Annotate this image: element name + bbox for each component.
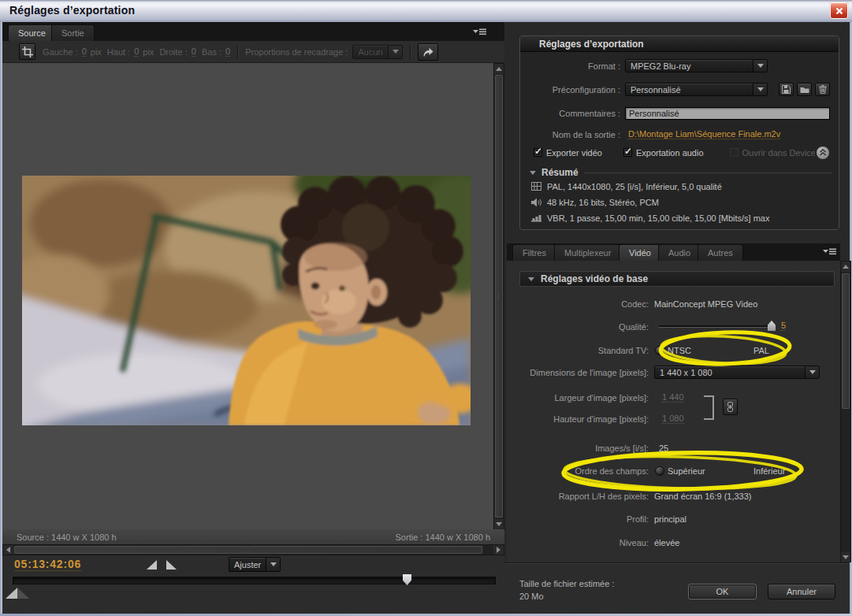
crop-top-label: Haut : bbox=[107, 47, 130, 57]
summary-bitrate-text: VBR, 1 passe, 15,00 min, 15,00 cible, 15… bbox=[547, 213, 769, 223]
comments-input[interactable] bbox=[625, 107, 830, 120]
format-label: Format : bbox=[525, 61, 620, 71]
summary-section-header[interactable]: Résumé bbox=[530, 167, 832, 178]
crop-ratio-dropdown: Aucun bbox=[352, 45, 403, 59]
level-label: Niveau: bbox=[511, 538, 649, 547]
settings-panel-menu-button[interactable] bbox=[822, 247, 837, 256]
preview-vscrollbar[interactable]: ⁞ bbox=[493, 63, 504, 529]
work-area-marker[interactable] bbox=[6, 588, 17, 599]
zoom-level-dropdown[interactable]: Ajuster bbox=[229, 557, 281, 572]
save-preset-button[interactable] bbox=[779, 83, 794, 96]
estimated-size-label: Taille de fichier estimée : bbox=[519, 579, 614, 588]
height-value: 1 080 bbox=[662, 414, 684, 424]
chevron-down-icon bbox=[266, 558, 280, 571]
preview-photo bbox=[22, 176, 471, 425]
height-label: Hauteur d'image [pixels]: bbox=[511, 414, 649, 424]
import-preset-button[interactable] bbox=[797, 83, 812, 96]
quality-row: Qualité: 5 bbox=[511, 320, 842, 333]
chevron-down-icon bbox=[388, 46, 402, 58]
toolbar-separator-2 bbox=[410, 45, 411, 59]
tab-multiplexeur[interactable]: Multiplexeur bbox=[554, 244, 621, 261]
level-value: élevée bbox=[654, 538, 679, 547]
codec-label: Codec: bbox=[511, 299, 649, 309]
framerate-value: 25 bbox=[659, 443, 668, 453]
ntsc-radio[interactable] bbox=[655, 346, 664, 355]
panel-menu-icon bbox=[822, 247, 837, 256]
scroll-up-icon[interactable] bbox=[841, 262, 850, 272]
export-settings-group: Réglages d’exportation Format : MPEG2 Bl… bbox=[519, 35, 839, 230]
video-settings-group-header[interactable]: Réglages vidéo de base bbox=[519, 271, 835, 287]
format-dropdown[interactable]: MPEG2 Blu-ray bbox=[625, 59, 768, 72]
profile-row: Profil: principal bbox=[511, 512, 842, 525]
tab-filtres[interactable]: Filtres bbox=[512, 244, 556, 261]
toolbar-separator bbox=[237, 45, 238, 59]
crop-icon bbox=[22, 46, 33, 58]
quality-slider[interactable] bbox=[659, 325, 776, 328]
left-panel-menu-button[interactable] bbox=[472, 27, 487, 36]
crop-ratio-value: Aucun bbox=[353, 47, 388, 57]
pal-label: PAL bbox=[753, 346, 769, 355]
check-icon: ✓ bbox=[534, 146, 542, 157]
scroll-right-icon[interactable] bbox=[493, 545, 504, 555]
close-button[interactable] bbox=[830, 2, 848, 19]
scroll-left-icon[interactable] bbox=[3, 545, 13, 555]
in-point-button[interactable] bbox=[147, 560, 157, 570]
export-group-header: Réglages d’exportation bbox=[520, 36, 839, 52]
current-timecode[interactable]: 05:13:42:06 bbox=[14, 558, 81, 571]
hscroll-thumb[interactable]: … bbox=[14, 546, 482, 554]
out-point-button[interactable] bbox=[166, 560, 177, 570]
ntsc-label: NTSC bbox=[668, 346, 691, 355]
output-dimensions: Sortie : 1440 w X 1080 h bbox=[396, 533, 490, 542]
dimensions-dropdown[interactable]: 1 440 x 1 080 bbox=[654, 366, 820, 379]
transport-bar: 05:13:42:06 Ajuster bbox=[2, 555, 504, 614]
scroll-down-icon[interactable] bbox=[494, 519, 504, 529]
link-dimensions-button[interactable] bbox=[723, 399, 738, 415]
source-sortie-tabstrip: Source Sortie bbox=[2, 22, 504, 41]
quality-value[interactable]: 5 bbox=[781, 321, 786, 331]
timeline-track[interactable] bbox=[13, 577, 496, 584]
preview-hscrollbar[interactable]: … bbox=[2, 544, 504, 555]
work-area-marker-end[interactable] bbox=[17, 588, 29, 599]
settings-tabstrip: Filtres Multiplexeur Vidéo Audio Autres bbox=[507, 243, 840, 261]
crop-ratio-label: Proportions de recadrage : bbox=[245, 47, 348, 57]
dialog-footer: Taille de fichier estimée : 20 Mo OK Ann… bbox=[504, 562, 850, 614]
settings-scroll-thumb[interactable] bbox=[842, 273, 850, 409]
export-settings-window: Réglages d’exportation Source Sortie Gau… bbox=[0, 0, 852, 616]
send-to-queue-button[interactable] bbox=[418, 43, 438, 61]
tab-source[interactable]: Source bbox=[8, 24, 56, 41]
tab-audio[interactable]: Audio bbox=[658, 244, 701, 261]
tab-video[interactable]: Vidéo bbox=[619, 244, 661, 261]
export-audio-checkbox[interactable]: ✓ bbox=[623, 148, 632, 157]
cancel-button[interactable]: Annuler bbox=[768, 584, 835, 599]
comments-label: Commentaires : bbox=[525, 109, 620, 118]
framerate-label: Images/s [i/s]: bbox=[511, 443, 649, 453]
codec-row: Codec: MainConcept MPEG Video bbox=[511, 297, 842, 310]
tv-standard-row: Standard TV: NTSC PAL bbox=[511, 343, 842, 357]
scroll-up-icon[interactable] bbox=[494, 64, 504, 74]
chevron-down-icon bbox=[753, 60, 767, 72]
preset-row: Préconfiguration : Personnalisé bbox=[525, 83, 835, 96]
crop-button[interactable] bbox=[19, 43, 35, 60]
ok-button[interactable]: OK bbox=[688, 584, 757, 599]
save-icon bbox=[782, 85, 791, 94]
quality-slider-handle[interactable] bbox=[768, 321, 776, 331]
vscroll-thumb[interactable]: ⁞ bbox=[495, 75, 503, 518]
device-upload-icon[interactable] bbox=[817, 147, 829, 159]
pixel-aspect-row: Rapport L/H des pixels: Grand écran 16:9… bbox=[511, 489, 842, 503]
output-name-link[interactable]: D:\Montage Liam\Séquence Finale.m2v bbox=[628, 129, 780, 139]
width-value: 1 440 bbox=[662, 392, 684, 403]
settings-vscrollbar[interactable] bbox=[840, 261, 851, 562]
delete-preset-button[interactable] bbox=[815, 83, 830, 96]
export-video-checkbox[interactable]: ✓ bbox=[534, 148, 542, 157]
chevron-down-icon bbox=[753, 83, 767, 95]
tab-autres[interactable]: Autres bbox=[698, 244, 743, 261]
format-row: Format : MPEG2 Blu-ray bbox=[525, 59, 835, 72]
preset-dropdown[interactable]: Personnalisé bbox=[625, 83, 768, 96]
superieur-radio[interactable] bbox=[655, 466, 664, 476]
codec-value: MainConcept MPEG Video bbox=[654, 299, 757, 309]
summary-audio-text: 48 kHz, 16 bits, Stéréo, PCM bbox=[547, 198, 659, 207]
export-options-row: ✓ Exporter vidéo ✓ Exportation audio Ouv… bbox=[520, 146, 840, 159]
tab-sortie[interactable]: Sortie bbox=[51, 24, 95, 41]
scroll-down-icon[interactable] bbox=[841, 552, 850, 562]
summary-audio-row: 48 kHz, 16 bits, Stéréo, PCM bbox=[531, 195, 837, 209]
